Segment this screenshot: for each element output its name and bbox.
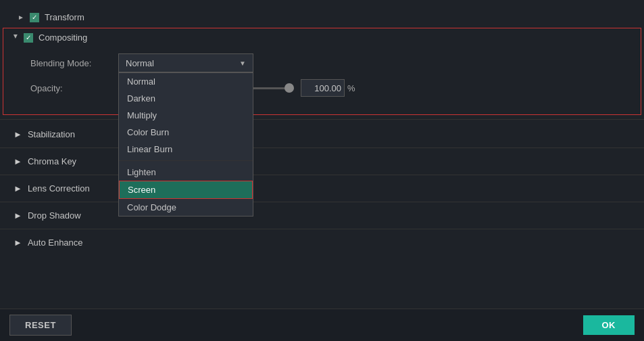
dropdown-chevron-icon: ▼ [239, 60, 246, 67]
compositing-arrow: ► [10, 33, 20, 43]
blending-mode-label: Blending Mode: [30, 58, 118, 68]
opacity-unit: % [347, 83, 355, 93]
chroma-key-section[interactable]: ► Chroma Key [0, 151, 644, 172]
auto-enhance-label: Auto Enhance [28, 237, 83, 248]
dropdown-item-color-burn[interactable]: Color Burn [119, 124, 253, 141]
dropdown-item-lighten[interactable]: Lighten [119, 164, 253, 181]
compositing-section: ► Compositing Blending Mode: Normal ▼ [3, 28, 641, 115]
lens-correction-label: Lens Correction [28, 183, 90, 194]
main-separator [0, 119, 644, 120]
main-panel: ► Transform ► Compositing Blending Mode: [0, 0, 644, 341]
opacity-input[interactable] [301, 79, 345, 97]
stabilization-section[interactable]: ► Stabilization [0, 124, 644, 145]
content-area: ► Transform ► Compositing Blending Mode: [0, 0, 644, 309]
footer: RESET OK [0, 309, 644, 341]
blending-mode-row: Blending Mode: Normal ▼ Normal Darken Mu… [30, 53, 627, 72]
sep-1 [0, 147, 644, 148]
transform-label: Transform [45, 12, 84, 22]
opacity-label: Opacity: [30, 83, 118, 93]
compositing-header[interactable]: ► Compositing [3, 28, 641, 47]
compositing-checkbox[interactable] [24, 33, 33, 43]
transform-arrow: ► [16, 13, 26, 22]
reset-button[interactable]: RESET [9, 315, 72, 336]
blending-mode-value: Normal [126, 58, 154, 68]
lens-correction-arrow: ► [14, 183, 22, 194]
dropdown-separator [119, 160, 253, 161]
stabilization-label: Stabilization [28, 129, 75, 139]
blending-mode-dropdown-container: Normal ▼ Normal Darken Multiply Color Bu… [118, 53, 253, 72]
dropdown-item-screen[interactable]: Screen [119, 181, 253, 199]
dropdown-item-normal[interactable]: Normal [119, 73, 253, 90]
opacity-slider-thumb[interactable] [284, 83, 294, 93]
transform-checkbox[interactable] [30, 13, 39, 22]
chroma-key-arrow: ► [14, 156, 22, 166]
sep-2 [0, 175, 644, 175]
chroma-key-label: Chroma Key [28, 156, 76, 166]
drop-shadow-label: Drop Shadow [28, 210, 81, 221]
dropdown-item-multiply[interactable]: Multiply [119, 107, 253, 124]
auto-enhance-arrow: ► [14, 237, 22, 248]
drop-shadow-section[interactable]: ► Drop Shadow [0, 205, 644, 226]
dropdown-item-darken[interactable]: Darken [119, 90, 253, 107]
transform-section[interactable]: ► Transform [3, 8, 641, 26]
opacity-value-container: % [301, 79, 355, 97]
ok-button[interactable]: OK [583, 315, 635, 335]
stabilization-arrow: ► [14, 129, 22, 139]
compositing-content: Blending Mode: Normal ▼ Normal Darken Mu… [3, 47, 641, 114]
blending-mode-menu: Normal Darken Multiply Color Burn Linear… [118, 72, 253, 217]
dropdown-item-color-dodge[interactable]: Color Dodge [119, 199, 253, 216]
dropdown-item-linear-burn[interactable]: Linear Burn [119, 141, 253, 158]
sep-4 [0, 229, 644, 229]
sidebar: ► Transform ► Compositing Blending Mode: [0, 0, 644, 309]
drop-shadow-arrow: ► [14, 210, 22, 221]
compositing-label: Compositing [39, 32, 87, 43]
lens-correction-section[interactable]: ► Lens Correction [0, 178, 644, 199]
auto-enhance-section[interactable]: ► Auto Enhance [0, 232, 644, 253]
sep-3 [0, 202, 644, 202]
blending-mode-dropdown[interactable]: Normal ▼ [118, 53, 253, 72]
